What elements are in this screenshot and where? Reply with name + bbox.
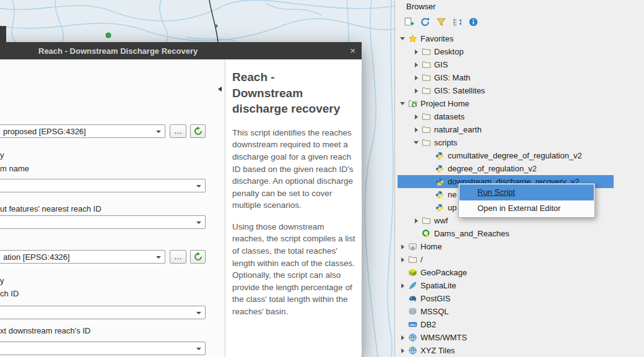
expand-arrow-icon[interactable] xyxy=(401,335,404,340)
add-favorite-icon[interactable] xyxy=(402,15,416,28)
expand-arrow-icon[interactable] xyxy=(400,37,405,40)
db2-icon: DB2 xyxy=(407,320,417,330)
reload-icon-button[interactable] xyxy=(190,250,206,264)
tree-item-label: Home xyxy=(420,242,442,251)
tree-item-xyz-tiles[interactable]: XYZ Tiles xyxy=(398,344,614,357)
form-label-column-name: m name xyxy=(0,164,29,173)
expand-arrow-icon[interactable] xyxy=(415,75,418,80)
tree-item-cumultative-degree-of-regulation-v2[interactable]: cumultative_degree_of_regulation_v2 xyxy=(398,149,614,162)
expand-arrow-icon[interactable] xyxy=(414,141,419,144)
tree-indent xyxy=(398,207,425,208)
column-name-combo[interactable] xyxy=(0,179,206,192)
expand-arrow-slot xyxy=(398,102,407,105)
reload-icon-button[interactable] xyxy=(190,124,206,138)
tree-item-home[interactable]: Home xyxy=(398,240,614,253)
filter-icon[interactable] xyxy=(435,15,448,28)
tree-item-datasets[interactable]: datasets xyxy=(398,110,614,123)
tree-item-gis-math[interactable]: GIS: Math xyxy=(398,71,614,84)
tree-indent xyxy=(398,64,411,65)
chevron-down-icon xyxy=(196,348,201,350)
tree-item-dams-and-reaches[interactable]: Dams_and_Reaches xyxy=(398,227,614,240)
expand-arrow-slot xyxy=(411,88,421,93)
menu-item-run-script[interactable]: Run Script xyxy=(459,184,594,200)
help-title-line: Reach - xyxy=(232,69,355,85)
collapse-all-icon[interactable] xyxy=(451,15,464,28)
close-icon[interactable]: × xyxy=(350,45,355,56)
tree-item-label: degree_of_regulation_v2 xyxy=(448,164,537,173)
tree-item-label: wwf xyxy=(434,216,448,225)
dialog-title: Reach - Downstream Discharge Recovery xyxy=(38,46,198,56)
expand-arrow-icon[interactable] xyxy=(415,88,418,93)
refresh-icon[interactable] xyxy=(419,15,432,28)
tree-item-label: scripts xyxy=(434,138,458,147)
tree-indent xyxy=(398,142,411,143)
context-menu: Run ScriptOpen in External Editor xyxy=(458,183,595,218)
tree-item-label: Dams_and_Reaches xyxy=(434,229,509,238)
tree-item-spatialite[interactable]: SpatiaLite xyxy=(398,279,614,292)
tree-item-favorites[interactable]: Favorites xyxy=(398,32,614,45)
expand-arrow-icon[interactable] xyxy=(415,49,418,54)
tree-item-gis[interactable]: GIS xyxy=(398,58,614,71)
expand-arrow-slot xyxy=(398,335,407,340)
tree-indent xyxy=(398,90,411,91)
tree-item-degree-of-regulation-v2[interactable]: degree_of_regulation_v2 xyxy=(398,162,614,175)
tree-item-mssql[interactable]: MSSQL xyxy=(398,305,614,318)
expand-arrow-slot xyxy=(398,257,407,262)
folder-icon xyxy=(421,73,431,83)
python-icon xyxy=(435,177,445,187)
properties-info-icon[interactable] xyxy=(467,15,480,28)
tree-item-db2[interactable]: DB2DB2 xyxy=(398,318,614,331)
menu-item-open-in-external-editor[interactable]: Open in External Editor xyxy=(459,200,594,217)
dialog-titlebar[interactable]: Reach - Downstream Discharge Recovery × xyxy=(0,42,362,59)
tree-item-label: WMS/WMTS xyxy=(420,333,467,342)
crs-combo[interactable]: ation [EPSG:4326] xyxy=(0,250,165,264)
expand-arrow-icon[interactable] xyxy=(401,283,404,288)
expand-arrow-icon[interactable] xyxy=(401,348,404,353)
geopackage-icon xyxy=(407,268,417,278)
browser-toolbar xyxy=(402,15,480,28)
expand-arrow-icon[interactable] xyxy=(415,127,418,132)
tree-item-item[interactable]: / xyxy=(398,253,614,266)
splitter-handle-icon[interactable] xyxy=(218,87,222,92)
help-panel: Reach - Downstream discharge recovery Th… xyxy=(225,59,362,357)
input-layer-combo[interactable]: proposed [EPSG:4326] xyxy=(0,124,165,138)
dialog-body: proposed [EPSG:4326] … y m name ut featu… xyxy=(0,59,362,357)
expand-arrow-icon[interactable] xyxy=(415,62,418,67)
tree-item-label: cumultative_degree_of_regulation_v2 xyxy=(448,151,582,160)
expand-arrow-icon[interactable] xyxy=(401,244,404,249)
expand-arrow-icon[interactable] xyxy=(400,102,405,105)
spatialite-icon xyxy=(407,281,417,291)
tree-item-project-home[interactable]: Project Home xyxy=(398,97,614,110)
tree-item-label: DB2 xyxy=(420,320,436,329)
tree-item-natural-earth[interactable]: natural_earth xyxy=(398,123,614,136)
tree-item-label: / xyxy=(420,255,423,264)
help-paragraph-1: This script identifies the reaches downs… xyxy=(232,127,355,212)
expand-arrow-icon[interactable] xyxy=(401,257,404,262)
tree-item-gis-satellites[interactable]: GIS: Satellites xyxy=(398,84,614,97)
tree-item-geopackage[interactable]: GeoPackage xyxy=(398,266,614,279)
browse-button[interactable]: … xyxy=(170,250,186,264)
tree-indent xyxy=(398,129,411,130)
tree-item-wms-wmts[interactable]: WMS/WMTS xyxy=(398,331,614,344)
reach-id-combo[interactable] xyxy=(0,306,206,319)
next-downstream-combo[interactable] xyxy=(0,342,206,355)
tree-item-label: GIS: Math xyxy=(434,73,471,82)
tree-item-desktop[interactable]: Desktop xyxy=(398,45,614,58)
form-label-tail-3: y xyxy=(0,276,4,285)
tree-item-postgis[interactable]: PostGIS xyxy=(398,292,614,305)
tree-indent xyxy=(398,168,425,169)
tree-item-label: SpatiaLite xyxy=(420,281,456,290)
home-icon xyxy=(407,242,417,252)
folder-icon xyxy=(421,112,431,122)
expand-arrow-icon[interactable] xyxy=(415,218,418,223)
chevron-down-icon xyxy=(196,312,201,314)
folder-icon xyxy=(421,60,431,70)
globe-icon xyxy=(407,346,417,356)
tree-item-scripts[interactable]: scripts xyxy=(398,136,614,149)
browse-button[interactable]: … xyxy=(170,124,186,138)
svg-text:DB2: DB2 xyxy=(409,323,416,327)
nearest-reach-combo[interactable] xyxy=(0,215,206,229)
expand-arrow-icon[interactable] xyxy=(415,114,418,119)
qgis-icon xyxy=(421,229,431,239)
reload-icon xyxy=(193,126,203,136)
